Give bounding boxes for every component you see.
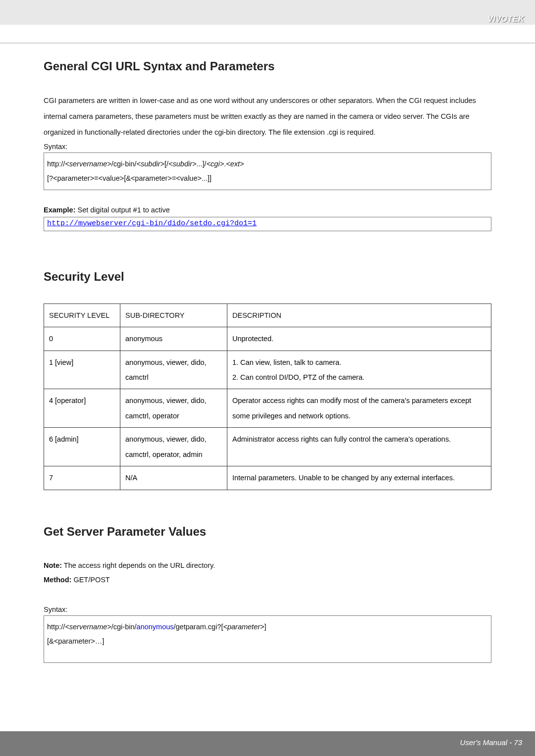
syntax-subdir2: <subdir> [168,160,196,168]
table-row: 1 [view] anonymous, viewer, dido, camctr… [44,351,491,389]
example-url-link[interactable]: http://mywebserver/cgi-bin/dido/setdo.cg… [47,219,257,228]
syntax-label-2: Syntax: [44,605,491,613]
note-line: Note: The access right depends on the UR… [44,558,491,573]
header-bar [0,0,535,25]
syntax-text: http:// [47,160,65,168]
syntax-subdir: <subdir> [137,160,164,168]
note-text: The access right depends on the URL dire… [62,561,215,569]
cell-subdir: anonymous, viewer, dido, camctrl, operat… [120,389,227,428]
syntax-text: /cgi-bin/ [111,623,137,631]
cell-level: 7 [44,466,120,490]
example-url-box: http://mywebserver/cgi-bin/dido/setdo.cg… [44,217,491,231]
security-level-table: SECURITY LEVEL SUB-DIRECTORY DESCRIPTION… [44,303,491,490]
syntax-text: ] [265,623,267,631]
col-header-desc: DESCRIPTION [227,303,491,327]
syntax-ext: <ext> [226,160,244,168]
syntax-text: /getparam.cgi?[ [174,623,223,631]
cell-desc: Internal parameters. Unable to be change… [227,466,491,490]
table-row: 0 anonymous Unprotected. [44,327,491,351]
cell-desc: 1. Can view, listen, talk to camera. 2. … [227,351,491,389]
example-line: Example: Set digital output #1 to active [44,206,491,214]
syntax-line-1: http://<servername>/cgi-bin/<subdir>[/<s… [47,157,488,171]
cell-desc: Unprotected. [227,327,491,351]
brand-logo: VIVOTEK [487,15,524,24]
note-label: Note: [44,561,62,569]
method-label: Method: [44,576,71,584]
cell-subdir: anonymous [120,327,227,351]
cell-level: 6 [admin] [44,428,120,466]
table-row: 4 [operator] anonymous, viewer, dido, ca… [44,389,491,428]
col-header-subdir: SUB-DIRECTORY [120,303,227,327]
table-row: 6 [admin] anonymous, viewer, dido, camct… [44,428,491,466]
syntax-servername: <servername> [65,160,111,168]
method-line: Method: GET/POST [44,576,491,584]
section-title-general: General CGI URL Syntax and Parameters [44,59,491,73]
cell-level: 1 [view] [44,351,120,389]
method-text: GET/POST [71,576,109,584]
example-label: Example: [44,206,75,214]
syntax-text: ...]/ [197,160,207,168]
cell-subdir: anonymous, viewer, dido, camctrl [120,351,227,389]
syntax-label-1: Syntax: [44,143,491,151]
syntax2-line-2: [&<parameter>…] [47,634,488,649]
cell-level: 0 [44,327,120,351]
page-content: General CGI URL Syntax and Parameters CG… [0,0,535,663]
cell-subdir: anonymous, viewer, dido, camctrl, operat… [120,428,227,466]
table-header-row: SECURITY LEVEL SUB-DIRECTORY DESCRIPTION [44,303,491,327]
cell-desc: Administrator access rights can fully co… [227,428,491,466]
cell-level: 4 [operator] [44,389,120,428]
syntax-text: http:// [47,623,65,631]
syntax-servername: <servername> [65,623,111,631]
section-title-security: Security Level [44,270,491,284]
syntax-anonymous: anonymous [137,623,174,631]
page-footer: User's Manual - 73 [0,731,535,756]
cell-desc: Operator access rights can modify most o… [227,389,491,428]
section-title-getparam: Get Server Parameter Values [44,525,491,539]
syntax-line-2: [?<parameter>=<value>[&<parameter>=<valu… [47,171,488,186]
syntax2-line-1: http://<servername>/cgi-bin/anonymous/ge… [47,620,488,634]
cell-subdir: N/A [120,466,227,490]
table-row: 7 N/A Internal parameters. Unable to be … [44,466,491,490]
header-divider [0,43,535,44]
example-text: Set digital output #1 to active [75,206,169,214]
syntax-box-1: http://<servername>/cgi-bin/<subdir>[/<s… [44,152,491,190]
general-body-text: CGI parameters are written in lower-case… [44,93,491,141]
syntax-text: /cgi-bin/ [111,160,137,168]
syntax-parameter: <parameter> [223,623,264,631]
syntax-box-2: http://<servername>/cgi-bin/anonymous/ge… [44,615,491,663]
col-header-level: SECURITY LEVEL [44,303,120,327]
syntax-cgi: <cgi> [207,160,224,168]
syntax-text: [/ [164,160,168,168]
